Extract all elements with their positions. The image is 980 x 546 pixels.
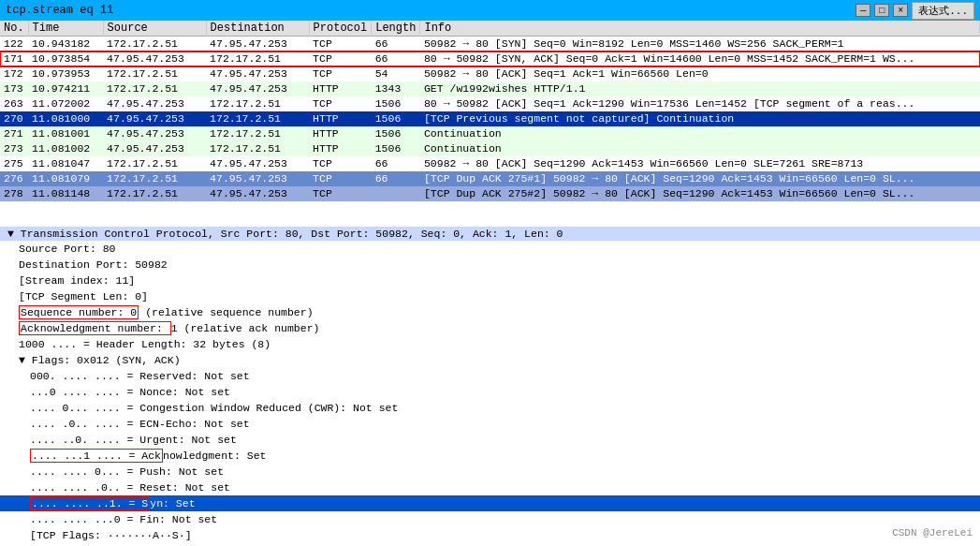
table-row[interactable]: 27311.08100247.95.47.253172.17.2.51HTTP1… [0, 141, 980, 156]
table-row[interactable]: 17210.973953172.17.2.5147.95.47.253TCP54… [0, 66, 980, 81]
detail-row[interactable]: ...0 .... .... = Nonce: Not set [0, 384, 980, 400]
close-button[interactable]: × [893, 4, 908, 17]
col-destination[interactable]: Destination [206, 21, 309, 37]
tcp-header-text: Transmission Control Protocol, Src Port:… [21, 228, 563, 240]
col-protocol[interactable]: Protocol [309, 21, 372, 37]
title-bar-left: tcp.stream eq 11 [6, 4, 113, 17]
detail-row[interactable]: 1000 .... = Header Length: 32 bytes (8) [0, 336, 980, 352]
detail-rows: Source Port: 80Destination Port: 50982[S… [0, 241, 980, 545]
detail-row[interactable]: Acknowledgment number: 1 (relative ack n… [0, 320, 980, 336]
title-text: tcp.stream eq 11 [6, 4, 113, 17]
title-bar: tcp.stream eq 11 — □ × 表达式... [0, 0, 980, 21]
table-row[interactable]: 26311.07200247.95.47.253172.17.2.51TCP15… [0, 96, 980, 111]
detail-row[interactable]: .... .... ..1. = Syn: Set [0, 495, 980, 511]
detail-row[interactable]: .... ...1 .... = Acknowledgment: Set [0, 448, 980, 464]
table-row[interactable]: 17110.97385447.95.47.253172.17.2.51TCP66… [0, 52, 980, 66]
col-source[interactable]: Source [103, 21, 206, 37]
packet-table: No. Time Source Destination Protocol Len… [0, 21, 980, 201]
table-row[interactable]: 27611.081079172.17.2.5147.95.47.253TCP66… [0, 171, 980, 186]
table-row[interactable]: 27511.081047172.17.2.5147.95.47.253TCP66… [0, 156, 980, 171]
expand-icon[interactable]: ▼ [7, 228, 21, 240]
detail-row[interactable]: .... 0... .... = Congestion Window Reduc… [0, 400, 980, 416]
detail-row[interactable]: ▼ Flags: 0x012 (SYN, ACK) [0, 352, 980, 368]
col-info[interactable]: Info [420, 21, 980, 37]
col-no[interactable]: No. [0, 21, 28, 37]
detail-row[interactable]: .... .... 0... = Push: Not set [0, 464, 980, 480]
expr-button[interactable]: 表达式... [912, 2, 974, 20]
detail-row[interactable]: [TCP Segment Len: 0] [0, 288, 980, 304]
detail-row[interactable]: Window size value: 14600 [0, 543, 980, 545]
expand-icon[interactable]: ▼ [19, 354, 32, 366]
table-row[interactable]: 27111.08100147.95.47.253172.17.2.51HTTP1… [0, 126, 980, 141]
table-row[interactable]: 17310.974211172.17.2.5147.95.47.253HTTP1… [0, 81, 980, 96]
detail-panel: ▼ Transmission Control Protocol, Src Por… [0, 227, 980, 545]
watermark: CSDN @JereLei [892, 527, 973, 539]
maximize-button[interactable]: □ [874, 4, 889, 17]
col-length[interactable]: Length [372, 21, 420, 37]
minimize-button[interactable]: — [856, 4, 870, 17]
detail-row[interactable]: [Stream index: 11] [0, 273, 980, 288]
detail-row[interactable]: .... .... .0.. = Reset: Not set [0, 480, 980, 495]
table-header: No. Time Source Destination Protocol Len… [0, 21, 980, 37]
detail-row[interactable]: 000. .... .... = Reserved: Not set [0, 368, 980, 384]
table-row[interactable]: 27011.08100047.95.47.253172.17.2.51HTTP1… [0, 111, 980, 126]
detail-row[interactable]: .... .0.. .... = ECN-Echo: Not set [0, 416, 980, 432]
detail-row[interactable]: Destination Port: 50982 [0, 257, 980, 273]
detail-row[interactable]: .... .... ...0 = Fin: Not set [0, 511, 980, 527]
packet-tbody: 12210.943182172.17.2.5147.95.47.253TCP66… [0, 37, 980, 201]
packet-table-wrapper: No. Time Source Destination Protocol Len… [0, 21, 980, 227]
title-bar-controls[interactable]: — □ × 表达式... [856, 2, 974, 20]
col-time[interactable]: Time [28, 21, 103, 37]
table-row[interactable]: 27811.081148172.17.2.5147.95.47.253TCP[T… [0, 186, 980, 201]
detail-row[interactable]: .... ..0. .... = Urgent: Not set [0, 432, 980, 448]
detail-row[interactable]: Sequence number: 0 (relative sequence nu… [0, 304, 980, 320]
detail-row[interactable]: Source Port: 80 [0, 241, 980, 257]
table-row[interactable]: 12210.943182172.17.2.5147.95.47.253TCP66… [0, 37, 980, 52]
tcp-section-header: ▼ Transmission Control Protocol, Src Por… [0, 227, 980, 241]
detail-row[interactable]: [TCP Flags: ·······A··S·] [0, 527, 980, 543]
